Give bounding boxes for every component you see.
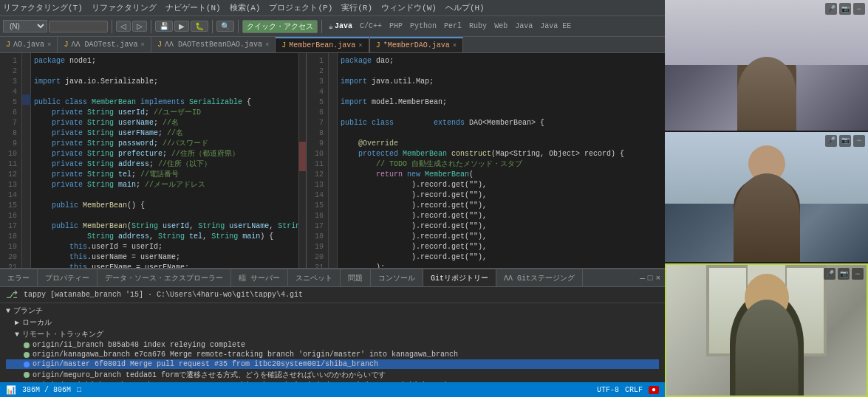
lang-web-btn[interactable]: Web bbox=[491, 21, 510, 31]
menu-window[interactable]: ウィンドウ(W) bbox=[381, 2, 437, 13]
git-dot-3 bbox=[24, 372, 30, 378]
panel-tab-problems[interactable]: 問題 bbox=[341, 269, 371, 286]
video-ctrl-more-1[interactable]: ⋯ bbox=[853, 3, 865, 15]
video-ctrl-more-2[interactable]: ⋯ bbox=[853, 135, 865, 147]
toolbar-forward-btn[interactable]: ▷ bbox=[132, 21, 147, 32]
menu-project[interactable]: プロジェクト(P) bbox=[269, 2, 332, 13]
tab-memberbean-close[interactable]: × bbox=[358, 42, 362, 49]
lang-cpp-btn[interactable]: C/C++ bbox=[357, 21, 385, 31]
video-ctrl-cam-1[interactable]: 📷 bbox=[839, 3, 851, 15]
panel-tab-spacer bbox=[583, 269, 635, 286]
video-ctrl-mic-3[interactable]: 🎤 bbox=[824, 268, 835, 280]
git-remote-tracking[interactable]: ▼ リモート・トラッキング bbox=[6, 328, 659, 340]
git-item-0[interactable]: origin/ii_branch b85ab48 index releying … bbox=[6, 340, 659, 350]
video-ctrl-cam-2[interactable]: 📷 bbox=[839, 135, 851, 147]
menu-bar: リファクタリング(T) リファクタリング ナビゲート(N) 検索(A) プロジェ… bbox=[0, 0, 665, 16]
menu-run[interactable]: 実行(R) bbox=[341, 2, 372, 13]
tabs-row: J ΛO.java × J ΛΛ DAOTest.java × J ΛΛ DAO… bbox=[0, 37, 665, 53]
git-item-1[interactable]: origin/kanagawa_branch e7ca676 Merge rem… bbox=[6, 350, 659, 359]
status-bar: 📊 386M / 806M □ UTF-8 CRLF ● bbox=[0, 382, 665, 397]
menu-refactoring2[interactable]: リファクタリング bbox=[92, 2, 157, 13]
menu-refactoring[interactable]: リファクタリング(T) bbox=[3, 2, 83, 13]
lang-perl-btn[interactable]: Perl bbox=[441, 21, 465, 31]
panel-tab-properties[interactable]: プロパティー bbox=[38, 269, 98, 286]
git-item-3[interactable]: origin/meguro_branch tedda61 formで遷移させる方… bbox=[6, 369, 659, 381]
panel-path-label: tappy [watanabe_branch '15] · C:\Users\4… bbox=[24, 291, 303, 299]
lang-java2-btn[interactable]: Java bbox=[512, 21, 536, 31]
memory-icon: 📊 bbox=[6, 385, 16, 395]
video-controls-2: 🎤 📷 ⋯ bbox=[825, 135, 865, 147]
toolbar-separator-5 bbox=[321, 20, 322, 33]
panel-tab-error[interactable]: エラー bbox=[0, 269, 38, 286]
video-ctrl-mic-2[interactable]: 🎤 bbox=[825, 135, 837, 147]
panel-tab-snippets[interactable]: スニペット bbox=[288, 269, 341, 286]
toolbar-combo[interactable]: (N) bbox=[3, 20, 47, 32]
video-ctrl-cam-3[interactable]: 📷 bbox=[838, 268, 850, 280]
git-remote-label: リモート・トラッキング bbox=[22, 329, 103, 339]
toolbar-debug-btn[interactable]: 🐛 bbox=[191, 21, 208, 32]
git-item-2[interactable]: origin/master 6f0801d Merge pull request… bbox=[6, 359, 659, 369]
tab-memberbean-label: MemberBean.java bbox=[289, 41, 355, 49]
panel-max-btn[interactable]: □ bbox=[648, 274, 653, 283]
git-local[interactable]: ▶ ローカル bbox=[6, 317, 659, 328]
menu-help[interactable]: ヘルプ(H) bbox=[445, 2, 485, 13]
video-ctrl-mic-1[interactable]: 🎤 bbox=[825, 3, 837, 15]
person-body-3 bbox=[730, 292, 804, 396]
tab-daotestbean-close[interactable]: × bbox=[265, 41, 269, 49]
right-line-numbers: 12345 678910 1112131415 1617181920 21222… bbox=[307, 53, 329, 268]
right-editor-pane: 12345 678910 1112131415 1617181920 21222… bbox=[307, 53, 665, 268]
tab-memberdao-label: *MemberDAO.java bbox=[383, 41, 450, 49]
panel-tab-datasource[interactable]: データ・ソース・エクスプローラー bbox=[98, 269, 231, 286]
toolbar: (N) ◁ ▷ 💾 ▶ 🐛 🔍 クイック・アクセス ☕ Java C/C++ P… bbox=[0, 16, 665, 37]
error-indicator: ● bbox=[649, 386, 659, 394]
tab-memberdao[interactable]: J *MemberDAO.java × bbox=[370, 37, 463, 52]
git-branch-label: ブランチ bbox=[13, 305, 43, 316]
panel-tab-console[interactable]: コンソール bbox=[371, 269, 423, 286]
toolbar-separator-4 bbox=[238, 20, 239, 33]
video-bg-1 bbox=[665, 0, 868, 131]
panel-tab-server[interactable]: 稲 サーバー bbox=[231, 269, 288, 286]
tab-ao-java-close[interactable]: × bbox=[47, 41, 51, 49]
panel-tabs: エラー プロパティー データ・ソース・エクスプローラー 稲 サーバー スニペット… bbox=[0, 269, 665, 287]
panel-tab-gitstage[interactable]: ΛΛ Gitステージング bbox=[496, 269, 583, 286]
panel-tab-gitrepo[interactable]: Gitリポジトリー bbox=[423, 269, 496, 286]
lang-python-btn[interactable]: Python bbox=[407, 21, 440, 31]
lang-php-btn[interactable]: PHP bbox=[386, 21, 406, 31]
toolbar-text-field[interactable] bbox=[49, 21, 108, 32]
tab-daotest[interactable]: J ΛΛ DAOTest.java × bbox=[58, 37, 151, 52]
left-code-content[interactable]: package node1; import java.io.Serializab… bbox=[31, 53, 298, 268]
panel-header: ⎇ tappy [watanabe_branch '15] · C:\Users… bbox=[0, 287, 665, 303]
lang-javaee-btn[interactable]: Java EE bbox=[537, 21, 574, 31]
video-bg-3 bbox=[666, 265, 867, 396]
video-bg-2 bbox=[665, 132, 868, 263]
toolbar-back-btn[interactable]: ◁ bbox=[116, 21, 131, 32]
git-panel: ▼ ブランチ ▶ ローカル ▼ リモート・トラッキング origin/ii_br… bbox=[0, 303, 665, 382]
toolbar-separator-3 bbox=[212, 20, 213, 33]
menu-navigate[interactable]: ナビゲート(N) bbox=[165, 2, 221, 13]
git-local-expand: ▶ bbox=[15, 318, 19, 327]
toolbar-run-btn[interactable]: ▶ bbox=[174, 21, 189, 32]
tab-daotestbean[interactable]: J ΛΛ DAOTestBeanDAO.java × bbox=[151, 37, 276, 52]
tab-daotest-close[interactable]: × bbox=[140, 41, 144, 49]
menu-search[interactable]: 検索(A) bbox=[230, 2, 261, 13]
tab-daotestbean-icon: J bbox=[157, 41, 162, 49]
lang-ruby-btn[interactable]: Ruby bbox=[466, 21, 490, 31]
toolbar-save-btn[interactable]: 💾 bbox=[155, 21, 173, 32]
minimap-highlight bbox=[299, 142, 306, 171]
panel-close-btn[interactable]: × bbox=[655, 274, 660, 283]
git-branch-root[interactable]: ▼ ブランチ bbox=[6, 305, 659, 317]
git-local-label: ローカル bbox=[22, 317, 52, 328]
toolbar-search-btn[interactable]: 🔍 bbox=[216, 21, 234, 32]
tab-memberbean[interactable]: J MemberBean.java × bbox=[276, 37, 369, 52]
right-code-content[interactable]: package dao; import java.util.Map; impor… bbox=[338, 53, 665, 268]
quick-access-btn[interactable]: クイック・アクセス bbox=[242, 20, 318, 33]
git-item-3-text: origin/meguro_branch tedda61 formで遷移させる方… bbox=[33, 370, 386, 380]
tab-ao-java[interactable]: J ΛO.java × bbox=[0, 37, 58, 52]
video-ctrl-more-3[interactable]: ⋯ bbox=[852, 268, 864, 280]
tab-memberdao-close[interactable]: × bbox=[453, 42, 457, 49]
git-dot-0 bbox=[24, 342, 30, 348]
lang-java-btn[interactable]: ☕ Java bbox=[326, 21, 355, 32]
panel-min-btn[interactable]: — bbox=[640, 274, 645, 283]
dual-editor: 12345 678910 1112131415 1617181920 21222… bbox=[0, 53, 665, 268]
video-section: 🎤 📷 ⋯ 🎤 📷 ⋯ bbox=[665, 0, 868, 397]
